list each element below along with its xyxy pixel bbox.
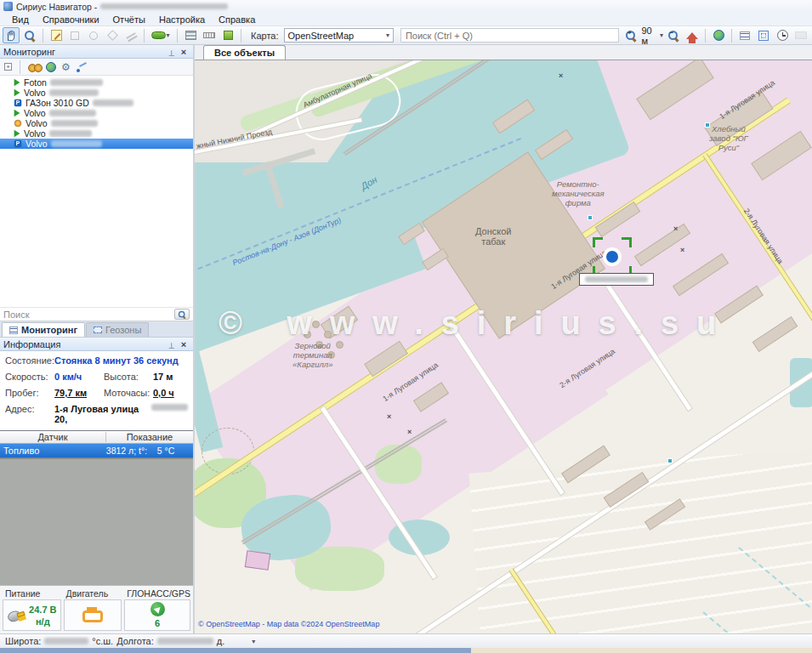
map-attribution: © OpenStreetMap - Map data ©2024 OpenStr… (198, 620, 379, 628)
gps-label: ГЛОНАСС/GPS (124, 588, 190, 599)
polyline-tool-icon (126, 32, 135, 39)
power-box: 24.7 В н/д (3, 599, 61, 631)
monitoring-panel-title: Мониторинг (3, 47, 166, 57)
latitude-units: °с.ш. (92, 636, 113, 646)
map-building (752, 316, 798, 352)
power-label: Питание (3, 588, 61, 599)
longitude-label: Долгота: (116, 636, 154, 646)
search-input[interactable] (400, 28, 620, 43)
search-icon (178, 310, 186, 319)
track-button[interactable] (76, 63, 87, 71)
tool-disabled-1[interactable] (66, 27, 83, 43)
legend-button[interactable] (736, 27, 753, 43)
railway-crossing-mark: × (559, 71, 563, 80)
sensor-row-fuel[interactable]: Топливо 3812 л; t°: 5 °C (0, 444, 193, 457)
close-icon: × (181, 47, 186, 57)
redacted-plate (49, 110, 96, 116)
vehicle-row[interactable]: Volvo (0, 118, 193, 128)
redacted-plate (50, 79, 103, 86)
toolbar-separator (144, 29, 145, 43)
vehicle-row[interactable]: Volvo (0, 108, 193, 118)
report-rows-button[interactable] (182, 27, 199, 43)
map-provider-select[interactable]: OpenStreetMap ▾ (284, 28, 394, 43)
menu-directories[interactable]: Справочники (36, 14, 106, 26)
expand-all-button[interactable]: + (4, 63, 12, 71)
close-panel-button[interactable]: × (178, 339, 190, 349)
history-button[interactable] (774, 27, 791, 43)
zoom-in-button[interactable]: + (622, 27, 639, 43)
home-button[interactable] (684, 27, 701, 43)
track-display-dropdown[interactable]: ▾ (149, 27, 173, 43)
coords-format-dropdown[interactable]: ▾ (252, 638, 255, 645)
bus-stop-marker (588, 215, 593, 220)
vehicle-row[interactable]: Volvo (0, 128, 193, 139)
engine-hours-value[interactable]: 0,0 ч (153, 388, 174, 398)
marker-bracket (593, 237, 603, 247)
longitude-units: д. (217, 636, 224, 646)
menu-settings[interactable]: Настройка (152, 14, 212, 26)
sidebar-tabs: Мониторинг Геозоны (0, 321, 193, 338)
map-tab-strip: Все объекты (195, 45, 812, 60)
minimap-button[interactable] (792, 27, 809, 43)
pan-tool-button[interactable] (3, 27, 20, 43)
objects-3d-button[interactable] (219, 27, 236, 43)
pin-button[interactable]: ⊤ (166, 47, 178, 57)
value-col-header: Показание (106, 432, 193, 442)
stale-status-icon (14, 120, 22, 128)
menu-view[interactable]: Вид (5, 14, 36, 26)
fit-frame-icon (758, 31, 769, 41)
latitude-label: Широта: (5, 636, 41, 646)
zoom-scale-value: 90 м (641, 26, 658, 46)
vehicle-row[interactable]: Volvo (0, 88, 193, 98)
globe-icon (713, 30, 724, 41)
vehicle-marker[interactable] (593, 237, 632, 276)
tool-disabled-3[interactable] (104, 27, 121, 43)
place-label-tobacco: Донской табак (475, 226, 511, 247)
hand-icon (5, 30, 17, 42)
clock-icon (777, 30, 788, 41)
tab-monitoring[interactable]: Мониторинг (2, 322, 85, 337)
vehicle-row[interactable]: P ГАЗон 3010 GD (0, 98, 193, 108)
tab-geozones[interactable]: Геозоны (86, 322, 149, 337)
tool-disabled-2[interactable] (85, 27, 102, 43)
map-tab-all-objects[interactable]: Все объекты (203, 45, 286, 60)
desktop-strip-right (471, 648, 812, 653)
engine-gauge: Двигатель (64, 588, 122, 631)
menu-reports[interactable]: Отчёты (106, 14, 152, 26)
vehicle-label: Volvo (26, 118, 48, 128)
zoom-out-button[interactable]: − (665, 27, 682, 43)
ruler-button[interactable] (201, 27, 218, 43)
redacted-plate (49, 130, 92, 137)
show-on-map-button[interactable] (46, 62, 56, 72)
close-panel-button[interactable]: × (178, 47, 190, 57)
tool-disabled-4[interactable] (122, 27, 139, 43)
menu-help[interactable]: Справка (212, 14, 262, 26)
zoom-out-icon: − (667, 30, 679, 42)
edit-geozone-button[interactable] (48, 27, 65, 43)
fit-objects-button[interactable] (755, 27, 772, 43)
redacted-vehicle-name (585, 276, 648, 282)
info-panel-title: Информация (3, 339, 166, 349)
square-tool-icon (71, 31, 79, 40)
vehicle-map-label (579, 273, 654, 286)
tree-search-button[interactable] (174, 309, 190, 320)
power-extra: н/д (36, 616, 50, 627)
map-canvas[interactable]: × × × × × Амбулаторная улица жный Нижний… (195, 60, 812, 633)
zoom-tool-button[interactable] (21, 27, 38, 43)
mileage-value[interactable]: 79,7 км (54, 388, 95, 398)
find-vehicle-button[interactable] (28, 63, 41, 71)
map-globe-button[interactable] (710, 27, 727, 43)
zoom-scale-dropdown[interactable]: ▾ (660, 31, 663, 39)
monitoring-toolbar: + ⚙ (0, 59, 193, 76)
settings-gear-button[interactable]: ⚙ (61, 62, 71, 72)
state-label: Состояние: (5, 355, 54, 366)
vehicle-row[interactable]: Foton (0, 77, 193, 88)
engine-icon (80, 607, 105, 624)
altitude-label: Высота: (104, 372, 153, 382)
vehicle-row-selected[interactable]: P Volvo (0, 139, 193, 149)
chevron-down-icon: ▾ (166, 31, 169, 39)
pin-button[interactable]: ⊤ (166, 339, 178, 349)
close-icon: × (181, 339, 186, 349)
menu-bar: Вид Справочники Отчёты Настройка Справка (0, 13, 812, 26)
tab-geozones-label: Геозоны (105, 325, 141, 335)
